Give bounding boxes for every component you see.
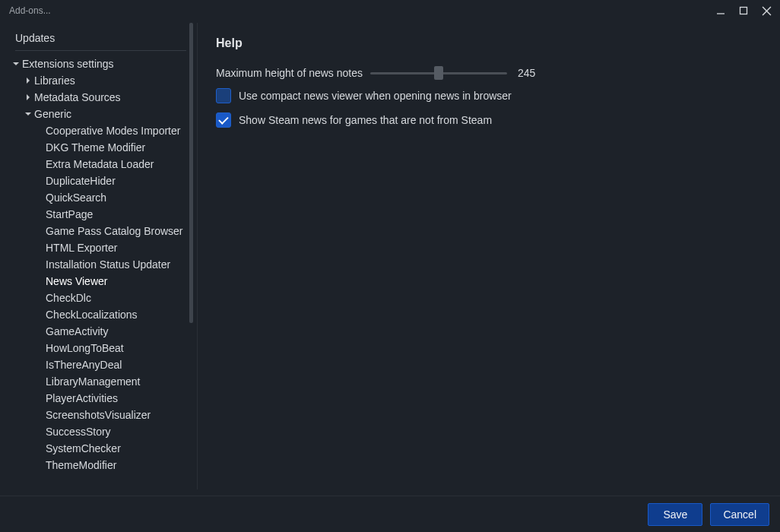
dialog-footer: Save Cancel <box>0 496 780 532</box>
tree-leaf-label: CheckDlc <box>46 292 91 304</box>
tree-leaf-label: Installation Status Updater <box>46 258 170 271</box>
maximize-icon[interactable] <box>737 5 750 17</box>
tree-leaf-label: Game Pass Catalog Browser <box>46 225 183 237</box>
sidebar-item-updates[interactable]: Updates <box>12 29 189 50</box>
settings-panel: Help Maximum height of news notes 245 Us… <box>198 23 774 489</box>
tree-leaf[interactable]: Game Pass Catalog Browser <box>12 223 189 239</box>
svg-rect-1 <box>740 8 747 14</box>
tree-leaf[interactable]: IsThereAnyDeal <box>12 356 189 373</box>
tree-leaf-label: PlayerActivities <box>46 392 118 404</box>
checkbox-label: Use compact news viewer when opening new… <box>239 90 512 102</box>
tree-label: Metadata Sources <box>34 91 121 103</box>
tree-leaf[interactable]: Cooperative Modes Importer <box>12 122 189 139</box>
window-body: Updates Extensions settings Libraries Me… <box>6 23 774 489</box>
tree-leaf-label: HowLongToBeat <box>46 342 124 354</box>
tree-node-metadata-sources[interactable]: Metadata Sources <box>12 89 189 106</box>
tree-leaf[interactable]: ThemeModifier <box>12 457 189 473</box>
caret-right-icon <box>24 93 32 101</box>
caret-down-icon <box>12 60 20 68</box>
tree-leaf-label: Cooperative Modes Importer <box>46 125 180 137</box>
minimize-icon[interactable] <box>715 5 727 17</box>
tree-leaf-label: ScreenshotsVisualizer <box>46 409 151 421</box>
checkbox-label: Show Steam news for games that are not f… <box>239 114 492 126</box>
tree-leaf[interactable]: GameActivity <box>12 323 189 340</box>
tree-leaf-label: IsThereAnyDeal <box>46 359 122 371</box>
setting-row-checkbox: Use compact news viewer when opening new… <box>216 88 756 103</box>
tree-leaf-label: HTML Exporter <box>46 242 117 254</box>
panel-title: Help <box>216 36 756 50</box>
tree-leaf[interactable]: Extra Metadata Loader <box>12 156 189 173</box>
tree-leaf[interactable]: CheckLocalizations <box>12 306 189 323</box>
setting-row-slider: Maximum height of news notes 245 <box>216 67 756 79</box>
tree-leaf-label: News Viewer <box>46 275 107 287</box>
tree-label: Generic <box>34 108 71 120</box>
tree-leaf-label: GameActivity <box>46 325 108 337</box>
tree-leaf-label: Extra Metadata Loader <box>46 158 154 170</box>
slider[interactable] <box>370 67 507 79</box>
titlebar: Add-ons... <box>0 0 780 21</box>
slider-label: Maximum height of news notes <box>216 67 363 79</box>
tree-leaf-label: DKG Theme Modifier <box>46 141 145 154</box>
tree-leaf[interactable]: PlayerActivities <box>12 390 189 407</box>
tree-leaf-label: QuickSearch <box>46 192 106 204</box>
sidebar: Updates Extensions settings Libraries Me… <box>6 23 198 489</box>
window-controls <box>715 5 772 17</box>
divider <box>15 50 186 51</box>
window-title: Add-ons... <box>9 5 51 16</box>
slider-value: 245 <box>518 67 535 79</box>
tree-node-generic[interactable]: Generic <box>12 106 189 122</box>
cancel-button[interactable]: Cancel <box>710 503 769 526</box>
tree-label: Extensions settings <box>22 58 114 70</box>
caret-right-icon <box>24 77 32 84</box>
tree-leaf[interactable]: SuccessStory <box>12 423 189 440</box>
tree-leaf[interactable]: StartPage <box>12 206 189 223</box>
tree-leaf[interactable]: DKG Theme Modifier <box>12 139 189 156</box>
slider-thumb[interactable] <box>434 66 443 80</box>
tree-leaf-label: ThemeModifier <box>46 459 116 471</box>
tree-leaf[interactable]: SystemChecker <box>12 440 189 457</box>
tree-leaf-label: SystemChecker <box>46 442 121 454</box>
tree-leaf-label: CheckLocalizations <box>46 309 138 321</box>
tree-leaf-label: DuplicateHider <box>46 175 116 187</box>
tree-leaf[interactable]: HTML Exporter <box>12 239 189 256</box>
tree-leaf[interactable]: DuplicateHider <box>12 173 189 189</box>
tree-leaf[interactable]: Installation Status Updater <box>12 256 189 273</box>
tree-leaf[interactable]: ScreenshotsVisualizer <box>12 407 189 423</box>
tree-leaf-label: SuccessStory <box>46 426 111 438</box>
caret-down-icon <box>24 110 32 118</box>
tree-leaf-label: LibraryManagement <box>46 375 141 388</box>
tree-leaf-label: StartPage <box>46 208 93 220</box>
tree-root-extensions-settings[interactable]: Extensions settings <box>12 55 189 72</box>
tree-leaf[interactable]: CheckDlc <box>12 290 189 306</box>
save-button[interactable]: Save <box>648 503 702 526</box>
scrollbar[interactable] <box>189 23 193 323</box>
tree-leaf[interactable]: HowLongToBeat <box>12 340 189 356</box>
tree-leaf[interactable]: News Viewer <box>12 273 189 290</box>
tree-node-libraries[interactable]: Libraries <box>12 72 189 89</box>
tree-leaf[interactable]: LibraryManagement <box>12 373 189 390</box>
setting-row-checkbox: Show Steam news for games that are not f… <box>216 112 756 128</box>
tree-label: Libraries <box>34 74 75 87</box>
close-icon[interactable] <box>760 5 772 17</box>
tree-leaf[interactable]: QuickSearch <box>12 189 189 206</box>
checkbox[interactable] <box>216 112 231 128</box>
checkbox[interactable] <box>216 88 231 103</box>
